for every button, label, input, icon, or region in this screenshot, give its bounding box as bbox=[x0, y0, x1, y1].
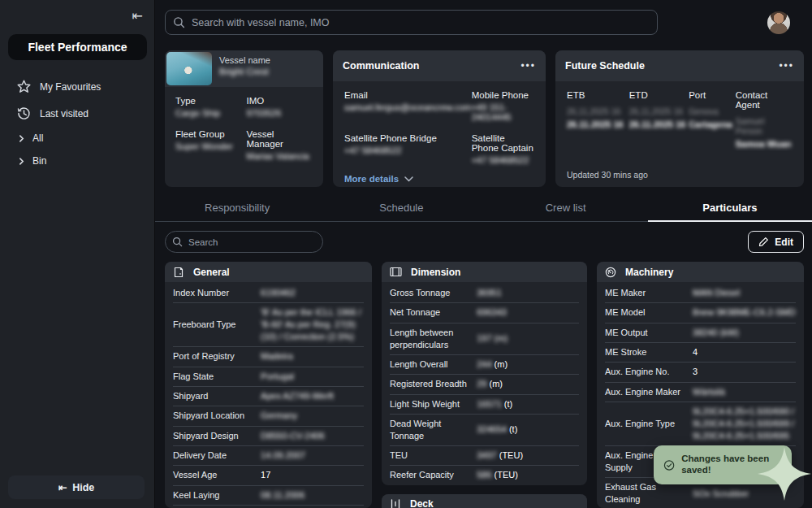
row-label: Aux. Engine No. bbox=[605, 366, 693, 378]
row-value: SOx Scrubber bbox=[693, 488, 749, 498]
field-value: +47 58468522 bbox=[472, 155, 534, 165]
row-label: Index Number bbox=[173, 287, 261, 299]
table-row: Keel Laying 08.11.2006 bbox=[173, 486, 364, 506]
row-value: 9L20C4-6.25+1.500/690 / 9L20C4-6.25+1.50… bbox=[693, 406, 794, 441]
column-label: ETD bbox=[629, 90, 689, 100]
field-label: Satellite Phone Captain bbox=[472, 133, 534, 153]
row-value: 'B' As per the ICLL 1966 / 'B-60' As per… bbox=[261, 307, 361, 341]
more-details-link[interactable]: More details bbox=[344, 174, 534, 184]
row-unit: (TEU) bbox=[492, 470, 518, 480]
row-value: Portugal bbox=[261, 371, 294, 381]
sidebar-item-label: Last visited bbox=[40, 108, 89, 119]
sidebar-item-all[interactable]: All bbox=[0, 127, 154, 150]
field-label: Vessel Manager bbox=[247, 129, 313, 149]
vessel-photo bbox=[166, 52, 212, 85]
row-label: Exhaust Gas Cleaning bbox=[605, 481, 693, 506]
row-label: Reefer Capacity bbox=[390, 469, 477, 481]
sidebar: ⇤ Fleet Performance My Favourites Last v… bbox=[0, 0, 155, 508]
row-value: 08.11.2006 bbox=[261, 490, 304, 500]
updated-timestamp: Updated 30 mins ago bbox=[567, 170, 793, 180]
vessel-field: Fleet Group Super Wonder bbox=[175, 129, 242, 161]
history-clock-icon bbox=[17, 106, 31, 120]
card-title: Communication bbox=[343, 60, 419, 72]
collapse-sidebar-icon[interactable]: ⇤ bbox=[132, 10, 143, 23]
global-search-input[interactable] bbox=[165, 10, 658, 35]
edit-label: Edit bbox=[775, 237, 793, 248]
table-row: ME Model 8new 9K98ME-C6.2-SMD bbox=[605, 303, 796, 323]
table-row: Vessel Age 17 bbox=[173, 466, 364, 485]
deck-panel: Deck No. of Cargo Cranes 3 bbox=[382, 494, 587, 508]
tab[interactable]: Crew list bbox=[484, 197, 648, 221]
column-label: Port bbox=[689, 90, 736, 100]
table-row: Aux. Engine No. 3 bbox=[605, 363, 796, 382]
row-label: ME Model bbox=[605, 306, 693, 319]
particulars-search-input[interactable] bbox=[165, 231, 323, 253]
schedule-value-previous: Genova bbox=[689, 106, 736, 116]
tab[interactable]: Particulars bbox=[648, 197, 812, 222]
schedule-column: ETB 26,11,2025 16 26.11.2025 16 bbox=[567, 90, 629, 149]
chevron-right-icon bbox=[18, 135, 25, 142]
table-row: Shipyard Location Germany bbox=[173, 406, 364, 426]
hide-label: Hide bbox=[72, 482, 94, 493]
communication-fields: Email samuel.fergus@oceancrew.com Mobile… bbox=[333, 81, 546, 165]
schedule-value-current: Samoa Wuan bbox=[736, 139, 793, 149]
chevron-right-icon bbox=[18, 158, 25, 165]
gauge-icon bbox=[605, 267, 616, 278]
general-rows: Index Number 6190462 Freeboard Type 'B' … bbox=[165, 282, 372, 508]
general-panel-header: General bbox=[165, 262, 372, 282]
row-value: 244 bbox=[477, 359, 491, 369]
row-value: 3 bbox=[693, 367, 698, 376]
row-label: Dead Weight Tonnage bbox=[390, 418, 477, 442]
field-value: samuel.fergus@oceancrew.com bbox=[344, 102, 472, 112]
vessel-card-fields: Type Cargo Ship IMO 9703526 Fleet Group … bbox=[165, 87, 323, 170]
table-row: Reefer Capacity 586 (TEU) bbox=[390, 466, 579, 484]
user-avatar[interactable] bbox=[767, 11, 790, 34]
general-panel: General Index Number 6190462 Freeboard T… bbox=[165, 262, 372, 508]
deck-panel-header: Deck bbox=[382, 494, 587, 508]
tab[interactable]: Responsibility bbox=[155, 197, 319, 221]
check-circle-icon bbox=[663, 458, 675, 473]
communication-card-header: Communication ••• bbox=[333, 50, 546, 81]
communication-field: Satellite Phone Bridge +47 58468522 bbox=[344, 133, 472, 165]
sidebar-item-bin[interactable]: Bin bbox=[0, 150, 154, 172]
document-icon bbox=[173, 267, 184, 278]
row-unit: (TEU) bbox=[497, 450, 523, 460]
search-icon bbox=[173, 16, 185, 28]
row-label: Vessel Age bbox=[173, 469, 261, 481]
field-value: +47 58468522 bbox=[344, 145, 472, 155]
field-label: Email bbox=[344, 90, 472, 100]
top-bar bbox=[155, 0, 812, 45]
row-value: MAN Diesel bbox=[693, 288, 740, 297]
row-label: Freeboard Type bbox=[173, 319, 261, 331]
sidebar-item-label: Bin bbox=[32, 155, 46, 167]
row-label: Net Tonnage bbox=[390, 306, 477, 319]
star-icon bbox=[17, 80, 31, 93]
row-label: Shipyard Design bbox=[173, 430, 261, 442]
row-value: Madeira bbox=[261, 351, 293, 361]
table-row: Aux. Engine Type 9L20C4-6.25+1.500/690 /… bbox=[605, 402, 796, 446]
schedule-column: Contact Agent Samuel Person Samoa Wuan bbox=[736, 90, 793, 149]
row-value: 17 bbox=[261, 470, 270, 480]
sidebar-item-my-favourites[interactable]: My Favourites bbox=[0, 73, 154, 100]
table-row: Registered Breadth 29 (m) bbox=[390, 375, 579, 394]
hide-sidebar-button[interactable]: ⇤ Hide bbox=[8, 475, 145, 499]
dimension-panel-header: Dimension bbox=[382, 262, 587, 282]
row-label: Length between perpendiculars bbox=[390, 327, 477, 351]
field-value: Marias Valancia bbox=[247, 151, 313, 161]
edit-button[interactable]: Edit bbox=[748, 231, 804, 253]
column-label: ETB bbox=[567, 90, 629, 100]
table-row: Delivery Date 14.09.2007 bbox=[173, 446, 364, 466]
row-value: 586 bbox=[477, 470, 491, 480]
communication-field: Mobile Phone +49 151-24014445 bbox=[472, 90, 534, 122]
tab[interactable]: Schedule bbox=[319, 197, 483, 221]
pencil-icon bbox=[758, 237, 769, 247]
vessel-field: Type Cargo Ship bbox=[175, 96, 242, 118]
more-details-label: More details bbox=[344, 174, 399, 184]
more-menu-icon[interactable]: ••• bbox=[779, 60, 794, 72]
panel-title: Machinery bbox=[625, 267, 673, 278]
sidebar-item-last-visited[interactable]: Last visited bbox=[0, 100, 154, 127]
tab-label: Crew list bbox=[546, 202, 586, 214]
more-menu-icon[interactable]: ••• bbox=[520, 60, 536, 72]
row-value: Apex AZ749-Werft bbox=[261, 391, 334, 401]
field-label: Satellite Phone Bridge bbox=[344, 133, 472, 143]
